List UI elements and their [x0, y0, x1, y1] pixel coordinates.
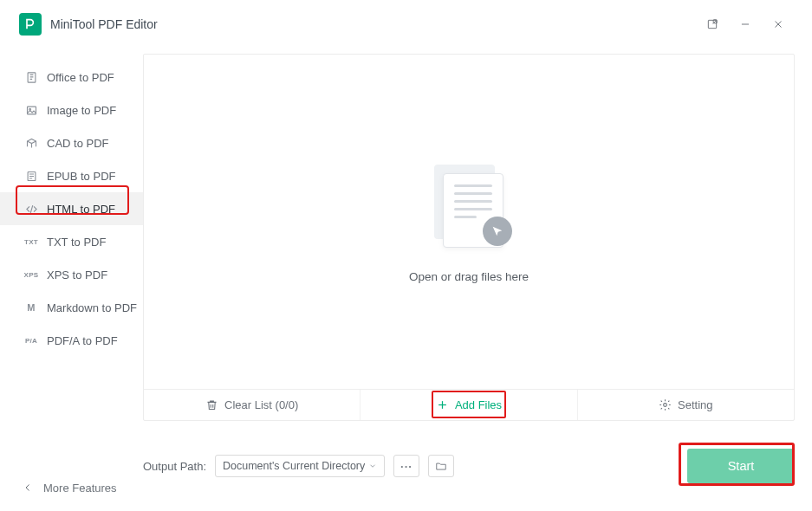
plus-icon [436, 398, 449, 411]
browse-more-button[interactable]: ··· [393, 455, 419, 477]
app-logo [19, 13, 42, 36]
start-label: Start [728, 459, 755, 473]
html-icon [24, 202, 38, 216]
txt-icon: TXT [24, 235, 38, 249]
setting-button[interactable]: Setting [578, 390, 794, 420]
sidebar-item-markdown-to-pdf[interactable]: M Markdown to PDF [0, 291, 143, 324]
sidebar-item-label: XPS to PDF [47, 268, 107, 281]
output-path-select[interactable]: Document's Current Directory [215, 455, 385, 477]
sidebar-item-label: CAD to PDF [47, 137, 109, 150]
svg-rect-6 [27, 107, 36, 114]
dropzone-hint: Open or drag files here [409, 270, 529, 283]
clear-list-label: Clear List (0/0) [224, 398, 298, 411]
sidebar-item-html-to-pdf[interactable]: HTML to PDF [0, 192, 143, 225]
sidebar-item-label: TXT to PDF [47, 236, 106, 249]
app-title: MiniTool PDF Editor [50, 17, 158, 31]
sidebar-item-txt-to-pdf[interactable]: TXT TXT to PDF [0, 225, 143, 258]
svg-point-11 [664, 404, 667, 407]
minimize-button[interactable] [729, 10, 762, 38]
more-features-label: More Features [43, 482, 117, 495]
trash-icon [205, 398, 218, 411]
sidebar: Office to PDF Image to PDF CAD to PDF EP… [0, 49, 143, 511]
clear-list-button[interactable]: Clear List (0/0) [144, 390, 361, 420]
epub-icon [24, 169, 38, 183]
sidebar-item-office-to-pdf[interactable]: Office to PDF [0, 61, 143, 94]
add-files-label: Add Files [455, 398, 502, 411]
sidebar-item-label: EPUB to PDF [47, 170, 115, 183]
xps-icon: XPS [24, 268, 38, 281]
cad-icon [24, 136, 38, 150]
panel-toolbar: Clear List (0/0) Add Files Setting [144, 389, 794, 420]
svg-rect-5 [28, 72, 36, 81]
sidebar-item-label: Markdown to PDF [47, 301, 137, 314]
markdown-icon: M [24, 301, 38, 314]
bottom-bar: Output Path: Document's Current Director… [143, 421, 795, 483]
more-features-button[interactable]: More Features [0, 464, 143, 511]
setting-label: Setting [678, 398, 712, 411]
sidebar-item-cad-to-pdf[interactable]: CAD to PDF [0, 126, 143, 159]
sidebar-item-image-to-pdf[interactable]: Image to PDF [0, 94, 143, 126]
gear-icon [659, 398, 672, 411]
sidebar-item-pdfa-to-pdf[interactable]: P/A PDF/A to PDF [0, 324, 143, 357]
image-icon [24, 103, 38, 117]
close-button[interactable] [762, 10, 795, 38]
dropzone-illustration [425, 161, 512, 248]
sidebar-item-label: Office to PDF [47, 71, 114, 84]
start-button[interactable]: Start [687, 449, 795, 483]
add-files-button[interactable]: Add Files [361, 390, 577, 420]
sidebar-item-label: HTML to PDF [47, 203, 115, 216]
office-icon [24, 70, 38, 84]
folder-icon [435, 460, 447, 472]
sidebar-item-epub-to-pdf[interactable]: EPUB to PDF [0, 159, 143, 192]
output-path-value: Document's Current Directory [223, 460, 365, 472]
open-folder-button[interactable] [428, 455, 454, 477]
panel-toggle-button[interactable] [696, 10, 729, 38]
pdfa-icon: P/A [24, 333, 38, 347]
sidebar-item-xps-to-pdf[interactable]: XPS XPS to PDF [0, 258, 143, 291]
output-path-label: Output Path: [143, 460, 206, 473]
sidebar-item-label: PDF/A to PDF [47, 334, 118, 347]
chevron-down-icon [368, 462, 377, 470]
chevron-left-icon [23, 482, 33, 493]
drop-zone[interactable]: Open or drag files here [144, 55, 794, 389]
cursor-badge-icon [483, 217, 512, 246]
title-bar: MiniTool PDF Editor [0, 0, 812, 49]
sidebar-item-label: Image to PDF [47, 104, 116, 117]
main-panel: Open or drag files here Clear List (0/0)… [143, 54, 795, 421]
